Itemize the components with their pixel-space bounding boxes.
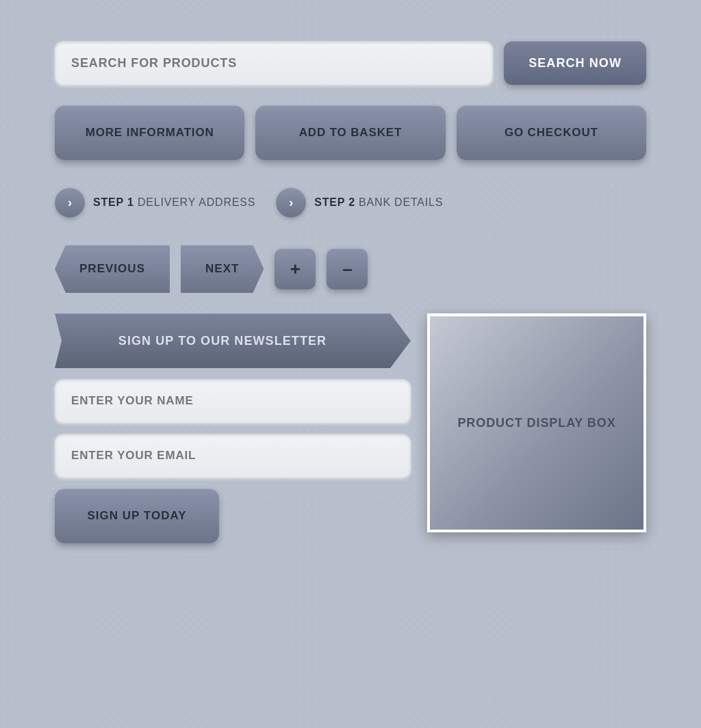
email-input[interactable] [55, 434, 411, 478]
product-display-label: PRODUCT DISPLAY BOX [457, 416, 615, 430]
step1-icon[interactable]: › [55, 187, 85, 218]
action-row: MORE INFORMATION ADD TO BASKET GO CHECKO… [55, 105, 646, 160]
step2-label: STEP 2 [314, 196, 355, 208]
main-container: SEARCH NOW MORE INFORMATION ADD TO BASKE… [55, 41, 646, 543]
previous-button[interactable]: PREVIOUS [55, 245, 170, 293]
decrement-button[interactable]: – [327, 248, 368, 289]
next-button[interactable]: NEXT [181, 245, 264, 293]
step1-item: › STEP 1 DELIVERY ADDRESS [55, 187, 255, 218]
step2-icon[interactable]: › [276, 187, 306, 218]
step1-desc: DELIVERY ADDRESS [138, 196, 255, 208]
newsletter-left: SIGN UP TO OUR NEWSLETTER SIGN UP TODAY [55, 313, 411, 543]
increment-button[interactable]: + [275, 248, 316, 289]
go-checkout-button[interactable]: GO CHECKOUT [457, 105, 646, 160]
step1-text: STEP 1 DELIVERY ADDRESS [93, 196, 255, 209]
more-information-button[interactable]: MORE INFORMATION [55, 105, 244, 160]
step2-text: STEP 2 BANK DETAILS [314, 196, 443, 209]
add-to-basket-button[interactable]: ADD TO BASKET [255, 105, 445, 160]
step2-item: › STEP 2 BANK DETAILS [276, 187, 443, 218]
product-display-box: PRODUCT DISPLAY BOX [427, 313, 646, 532]
step1-label: STEP 1 [93, 196, 134, 208]
name-input[interactable] [55, 379, 411, 423]
newsletter-section: SIGN UP TO OUR NEWSLETTER SIGN UP TODAY … [55, 313, 646, 543]
step2-desc: BANK DETAILS [359, 196, 443, 208]
nav-row: PREVIOUS NEXT + – [55, 245, 646, 293]
search-row: SEARCH NOW [55, 41, 646, 85]
steps-row: › STEP 1 DELIVERY ADDRESS › STEP 2 BANK … [55, 181, 646, 224]
sign-up-today-button[interactable]: SIGN UP TODAY [55, 489, 219, 543]
newsletter-heading-button[interactable]: SIGN UP TO OUR NEWSLETTER [55, 313, 411, 368]
search-now-button[interactable]: SEARCH NOW [504, 41, 646, 85]
search-input[interactable] [55, 41, 493, 85]
